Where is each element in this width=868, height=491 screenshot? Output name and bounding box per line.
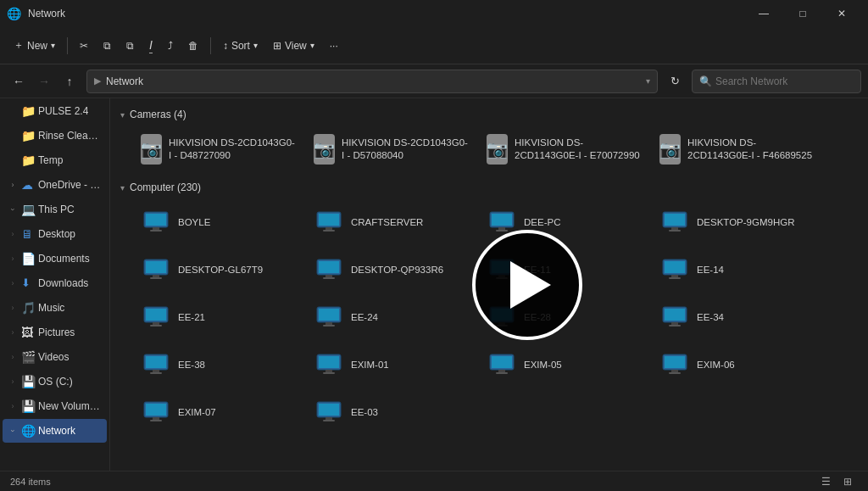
more-button[interactable]: ··· [323,32,345,59]
arrow-icon: › [8,304,18,312]
sidebar-item-label: Pictures [38,326,75,338]
svg-rect-15 [669,230,681,232]
new-button[interactable]: ＋ New ▾ [7,32,62,59]
up-button[interactable]: ↑ [58,70,81,93]
drive-icon: 💾 [21,375,35,388]
svg-rect-62 [671,370,678,372]
computers-section-title: Computer (230) [130,181,201,193]
list-view-button[interactable]: ☰ [815,473,836,490]
cameras-collapse-icon[interactable]: ▾ [120,110,125,120]
sidebar-item-newvolume[interactable]: › 💾 New Volume (D [3,394,107,418]
camera-icon: 📷 [314,134,335,165]
item-label: EXIM-01 [351,359,389,371]
sidebar-item-videos[interactable]: › 🎬 Videos [3,345,107,369]
monitor-icon [659,254,690,285]
refresh-button[interactable]: ↻ [663,70,687,93]
list-item[interactable]: BOYLE [134,200,303,244]
play-triangle-icon [510,261,551,309]
delete-button[interactable]: 🗑 [181,32,205,59]
computers-collapse-icon[interactable]: ▾ [120,183,125,192]
svg-rect-59 [496,372,508,374]
maximize-button[interactable]: □ [783,0,822,27]
list-item[interactable]: DESKTOP-QP933R6 [307,248,476,292]
cut-button[interactable]: ✂ [73,32,95,59]
svg-rect-54 [326,370,332,372]
search-box[interactable]: 🔍 [692,70,861,93]
delete-icon: 🗑 [188,40,198,52]
list-item[interactable]: CRAFTSERVER [307,200,476,244]
sort-button[interactable]: ↕ Sort ▾ [216,32,264,59]
share-button[interactable]: ⤴ [161,32,180,59]
svg-rect-65 [146,404,166,416]
minimize-button[interactable]: — [744,0,783,27]
svg-rect-55 [323,372,335,374]
list-item[interactable]: EE-03 [307,390,476,434]
paste-button[interactable]: ⧉ [120,32,141,59]
item-label: EXIM-06 [697,359,735,371]
back-button[interactable]: ← [7,70,31,93]
app-icon: 🌐 [7,7,21,20]
list-item[interactable]: EXIM-01 [307,343,476,387]
svg-rect-33 [146,309,166,321]
close-button[interactable]: ✕ [822,0,861,27]
grid-view-button[interactable]: ⊞ [837,473,858,490]
sidebar-item-downloads[interactable]: › ⬇ Downloads [3,271,107,295]
window-title: Network [28,8,737,20]
sidebar-item-temp[interactable]: 📁 Temp [3,148,107,172]
view-button[interactable]: ⊞ View ▾ [266,32,321,59]
play-button[interactable] [472,230,582,340]
sidebar-item-rinse[interactable]: 📁 Rinse Cleaning [3,124,107,148]
list-item[interactable]: EE-24 [307,295,476,339]
rename-button[interactable]: I [142,32,159,59]
list-item[interactable]: 📷 HIKVISION DS-2CD1043G0-I - D48727090 [134,127,303,171]
list-item[interactable]: 📷 HIKVISION DS-2CD1043G0-I - D57088040 [307,127,476,171]
list-item[interactable]: 📷 HIKVISION DS-2CD1143G0E-I - E70072990 [480,127,649,171]
list-item[interactable]: DESKTOP-9GM9HGR [653,200,822,244]
list-item[interactable]: 📷 HIKVISION DS-2CD1143G0E-I - F46689525 [653,127,822,171]
forward-button[interactable]: → [32,70,56,93]
sidebar-item-music[interactable]: › 🎵 Music [3,296,107,320]
sidebar-item-osc[interactable]: › 💾 OS (C:) [3,370,107,393]
sidebar-item-network[interactable]: › 🌐 Network [3,419,107,443]
list-item[interactable]: EXIM-06 [653,343,822,387]
title-bar: 🌐 Network — □ ✕ [0,0,868,27]
svg-rect-3 [150,230,162,232]
copy-button[interactable]: ⧉ [97,32,118,59]
arrow-icon: › [8,328,18,337]
sidebar-item-desktop[interactable]: › 🖥 Desktop [3,222,107,246]
monitor-icon [141,302,171,332]
sidebar-item-label: This PC [38,204,75,215]
item-label: EE-38 [178,359,205,371]
monitor-icon [487,349,517,380]
sidebar-item-documents[interactable]: › 📄 Documents [3,247,107,271]
list-item[interactable]: EXIM-05 [480,343,649,387]
cameras-grid: 📷 HIKVISION DS-2CD1043G0-I - D48727090 📷… [120,127,858,171]
paste-icon: ⧉ [126,40,134,52]
window-controls: — □ ✕ [744,0,861,27]
list-item[interactable]: EE-34 [653,295,822,339]
list-item[interactable]: EE-21 [134,295,303,339]
videos-icon: 🎬 [21,350,35,364]
documents-icon: 📄 [21,252,35,265]
list-item[interactable]: EE-14 [653,248,822,292]
sidebar-item-pictures[interactable]: › 🖼 Pictures [3,321,107,344]
sort-icon: ↕ [223,40,228,52]
cameras-section-title: Cameras (4) [130,109,186,120]
svg-rect-67 [150,420,162,421]
address-box[interactable]: ▶ Network ▾ [86,70,658,93]
new-chevron-icon: ▾ [51,41,55,50]
sidebar-item-pulse[interactable]: 📁 PULSE 2.4 [3,99,107,123]
list-item[interactable]: DESKTOP-GL67T9 [134,248,303,292]
search-input[interactable] [715,75,854,87]
sidebar-item-thispc[interactable]: › 💻 This PC [3,198,107,221]
camera-icon: 📷 [141,134,162,165]
svg-rect-11 [496,230,508,232]
svg-rect-5 [319,214,339,226]
sidebar-item-onedrive[interactable]: › ☁ OneDrive - Perso [3,173,107,197]
list-item[interactable]: EE-38 [134,343,303,387]
list-item[interactable]: EXIM-07 [134,390,303,434]
svg-rect-51 [150,372,162,374]
monitor-icon [314,397,344,427]
monitor-icon [314,207,344,237]
arrow-icon: › [8,279,18,287]
